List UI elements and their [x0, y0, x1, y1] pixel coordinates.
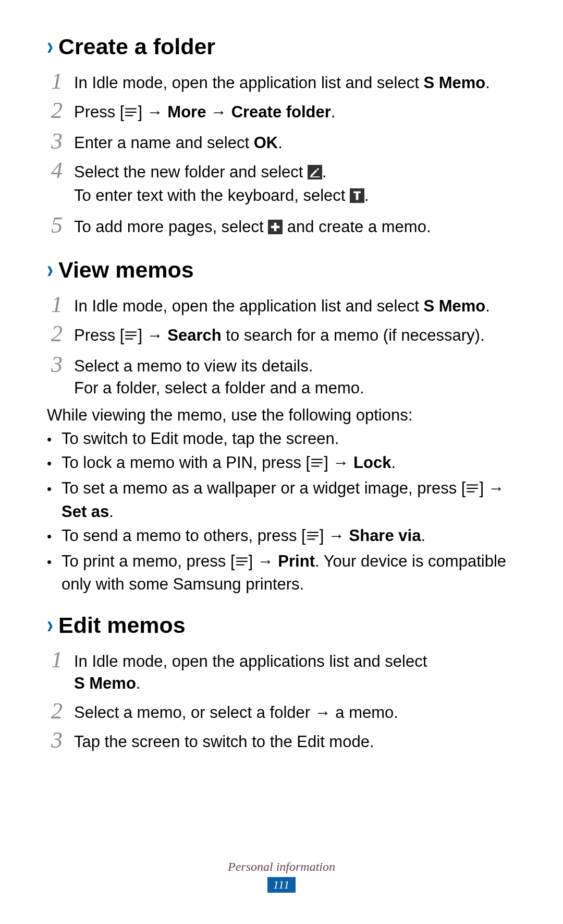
step-3: 3Enter a name and select OK. — [51, 129, 516, 154]
heading-create-folder: › Create a folder — [47, 31, 516, 62]
step-2: 2Select a memo, or select a folder → a m… — [51, 699, 516, 724]
menu-icon — [310, 453, 324, 475]
step-4: 4Select the new folder and select .To en… — [51, 158, 516, 209]
bullet-body: To switch to Edit mode, tap the screen. — [62, 428, 516, 450]
step-number: 2 — [51, 321, 74, 345]
text-icon — [350, 187, 364, 209]
heading-edit-memos: › Edit memos — [47, 610, 516, 640]
footer-label: Personal information — [0, 858, 563, 875]
heading-view-memos: › View memos — [47, 255, 516, 285]
step-body: Press [] → More → Create folder. — [74, 98, 516, 125]
step-number: 3 — [51, 728, 74, 752]
step-number: 4 — [51, 158, 74, 182]
bullet-body: To print a memo, press [] → Print. Your … — [62, 550, 516, 596]
step-number: 2 — [51, 98, 74, 122]
step-2: 2Press [] → More → Create folder. — [51, 98, 516, 125]
step-body: In Idle mode, open the application list … — [74, 69, 516, 94]
step-number: 2 — [51, 699, 74, 723]
step-body: Select a memo, or select a folder → a me… — [74, 699, 516, 724]
list-item: •To send a memo to others, press [] → Sh… — [47, 525, 516, 548]
step-body: In Idle mode, open the application list … — [74, 292, 516, 317]
chevron-right-icon: › — [47, 252, 53, 286]
steps-view-memos: 1In Idle mode, open the application list… — [51, 292, 516, 399]
bullet-body: To lock a memo with a PIN, press [] → Lo… — [62, 452, 516, 475]
heading-text: Edit memos — [58, 610, 186, 640]
bullet-mark: • — [47, 452, 62, 473]
step-body: Select the new folder and select .To ent… — [74, 158, 516, 209]
chevron-right-icon: › — [47, 607, 53, 642]
footer: Personal information 111 — [0, 858, 563, 893]
step-1: 1In Idle mode, open the applications lis… — [51, 647, 516, 694]
step-number: 5 — [51, 213, 74, 237]
bullet-body: To send a memo to others, press [] → Sha… — [62, 525, 516, 548]
step-body: Press [] → Search to search for a memo (… — [74, 321, 516, 348]
step-number: 1 — [51, 69, 74, 93]
step-number: 3 — [51, 129, 74, 153]
bullet-mark: • — [47, 525, 62, 546]
step-2: 2Press [] → Search to search for a memo … — [51, 321, 516, 348]
step-body: To add more pages, select and create a m… — [74, 213, 516, 240]
step-number: 1 — [51, 292, 74, 316]
step-number: 1 — [51, 647, 74, 671]
step-number: 3 — [51, 352, 74, 376]
menu-icon — [124, 326, 138, 348]
list-item: •To lock a memo with a PIN, press [] → L… — [47, 452, 516, 475]
bullet-mark: • — [47, 428, 62, 449]
step-body: In Idle mode, open the applications list… — [74, 647, 516, 694]
step-3: 3Tap the screen to switch to the Edit mo… — [51, 728, 516, 753]
step-3: 3Select a memo to view its details.For a… — [51, 352, 516, 399]
add-page-icon — [268, 218, 283, 240]
bullet-body: To set a memo as a wallpaper or a widget… — [62, 477, 516, 523]
step-body: Tap the screen to switch to the Edit mod… — [74, 728, 516, 753]
menu-icon — [306, 526, 320, 548]
list-item: •To set a memo as a wallpaper or a widge… — [47, 477, 516, 523]
heading-text: View memos — [58, 255, 194, 285]
step-body: Enter a name and select OK. — [74, 129, 516, 154]
page-number: 111 — [267, 877, 296, 893]
menu-icon — [124, 103, 138, 125]
menu-icon — [466, 479, 479, 501]
chevron-right-icon: › — [47, 29, 53, 63]
step-1: 1In Idle mode, open the application list… — [51, 292, 516, 317]
list-item: •To switch to Edit mode, tap the screen. — [47, 428, 516, 450]
bullet-mark: • — [47, 550, 62, 571]
para-while-viewing: While viewing the memo, use the followin… — [47, 404, 516, 426]
bullets-view-memos: •To switch to Edit mode, tap the screen.… — [47, 428, 516, 595]
menu-icon — [235, 552, 249, 574]
heading-text: Create a folder — [58, 31, 215, 62]
steps-create-folder: 1In Idle mode, open the application list… — [51, 69, 516, 240]
step-1: 1In Idle mode, open the application list… — [51, 69, 516, 94]
pencil-icon — [308, 163, 322, 185]
bullet-mark: • — [47, 477, 62, 498]
step-5: 5To add more pages, select and create a … — [51, 213, 516, 240]
step-body: Select a memo to view its details.For a … — [74, 352, 516, 399]
list-item: •To print a memo, press [] → Print. Your… — [47, 550, 516, 596]
steps-edit-memos: 1In Idle mode, open the applications lis… — [51, 647, 516, 752]
